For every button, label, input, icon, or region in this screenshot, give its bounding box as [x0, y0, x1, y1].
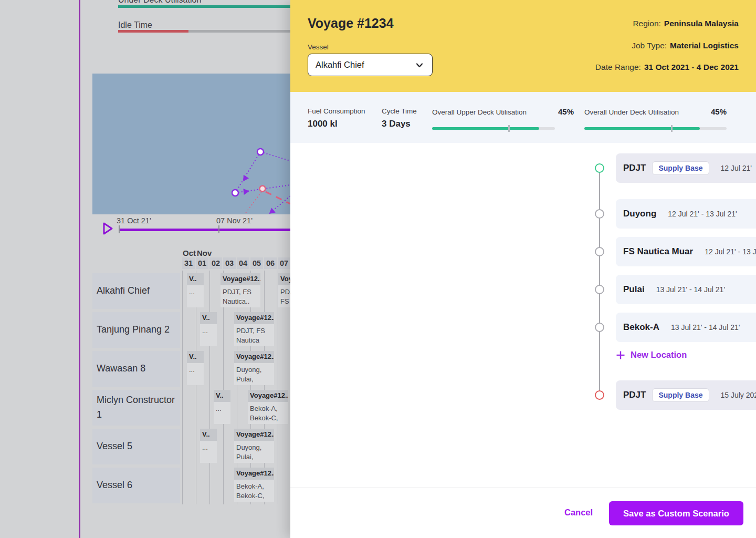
new-location-label: New Location [631, 350, 687, 360]
gantt-vessel-label: Wawasan 8 [92, 351, 180, 387]
location-name: PDJT [623, 390, 646, 400]
gantt-day-07: 07 [278, 257, 290, 269]
gantt-block-title: Voyage#12.. [278, 273, 290, 285]
plus-icon [616, 350, 625, 360]
gantt-voyage-block[interactable]: Voyage#12..PDJT, FS Nautica.. [220, 273, 260, 307]
idle-time-bar [118, 30, 290, 33]
gantt-block-body: Bekok-A, Bekok-C, [248, 402, 288, 424]
gantt-day-05: 05 [250, 257, 263, 269]
gantt-voyage-block[interactable]: Voyage#12..Bekok-A, Bekok-C, [248, 390, 288, 424]
gantt-row: Tanjung Pinang 2V.....Voyage#12..PDJT, F… [92, 312, 290, 348]
job-type-row: Job Type:Material Logistics [595, 41, 739, 50]
under-deck-gauge-bar [584, 127, 727, 130]
location-card[interactable]: FS Nautica Muar12 Jul 21' - 13 Jul 21' [616, 237, 756, 266]
fuel-consumption-label: Fuel Consumption [308, 107, 365, 115]
vessel-field-label: Vessel [308, 43, 329, 51]
idle-time-bar-fill [118, 30, 188, 33]
gantt-row: Alkahfi ChiefV.....Voyage#12..PDJT, FS N… [92, 273, 290, 309]
gantt-block-body: ... [200, 441, 217, 463]
gantt-voyage-block[interactable]: Voyage#12..Duyong, Pulai, [234, 351, 274, 385]
gantt-voyage-block[interactable]: Voyage#12..PDJT, FS Nautica Mu... [234, 312, 274, 346]
modal-header: Voyage #1234 Vessel Alkahfi Chief Region… [290, 0, 756, 92]
timeline-dot-red [595, 390, 604, 400]
location-dates: 12 Jul 21' - 13 Jul 21' [705, 247, 756, 256]
timeline-dot-green [595, 163, 604, 173]
gantt-block-title: Voyage#12.. [248, 390, 288, 402]
play-button[interactable] [102, 221, 114, 236]
gantt-vessel-label: Alkahfi Chief [92, 273, 180, 309]
player-start-date: 31 Oct 21’ [117, 216, 151, 225]
gantt-day-03: 03 [223, 257, 236, 269]
chevron-down-icon [414, 60, 425, 70]
location-name: FS Nautica Muar [623, 246, 693, 257]
gantt-block-body: Bekok-A, Bekok-C, [234, 480, 274, 502]
date-range-row: Date Range:31 Oct 2021 - 4 Dec 2021 [595, 63, 739, 72]
save-as-custom-scenario-button[interactable]: Save as Custom Scenario [609, 501, 743, 525]
location-card[interactable]: Bekok-A13 Jul 21' - 14 Jul 21' [616, 313, 756, 342]
location-timeline-connector [599, 168, 600, 395]
gantt-row: Wawasan 8V.....Voyage#12..Duyong, Pulai, [92, 351, 290, 387]
gantt-block-title: V.. [214, 390, 230, 402]
location-card[interactable]: Pulai13 Jul 21' - 14 Jul 21' [616, 275, 756, 304]
gantt-voyage-block[interactable]: Voyage#12..Duyong, Pulai, [234, 429, 274, 463]
under-deck-utilisation-gauge: Overall Under Deck Utilisation 45% [584, 107, 727, 130]
upper-deck-gauge-fill [432, 127, 539, 130]
gantt-voyage-block[interactable]: V..... [187, 273, 204, 307]
upper-deck-gauge-value: 45% [558, 107, 574, 116]
idle-time-label: Idle Time [118, 20, 152, 30]
player-tick [218, 225, 219, 233]
player-progress-track[interactable] [119, 229, 290, 231]
new-location-button[interactable]: New Location [616, 350, 687, 360]
waypoint-marker-pink [260, 186, 266, 192]
gantt-block-body: Duyong, Pulai, [234, 363, 274, 385]
location-card[interactable]: PDJTSupply Base12 Jul 21' [616, 153, 756, 183]
location-card[interactable]: PDJTSupply Base15 July 2021 [616, 380, 756, 410]
route-overlay [92, 74, 290, 214]
gantt-block-title: V.. [200, 312, 217, 324]
under-deck-gauge-label: Overall Under Deck Utilisation [584, 108, 679, 116]
gantt-block-body: ... [214, 402, 230, 424]
gantt-vessel-label: Vessel 5 [92, 429, 180, 464]
gantt-voyage-block[interactable]: V..... [187, 351, 204, 385]
gantt-voyage-block[interactable]: Voyage#12..PDJT, FS Nautica.. [278, 273, 290, 307]
gantt-block-title: V.. [200, 429, 217, 441]
gantt-block-body: ... [187, 363, 204, 385]
gantt-block-body: ... [187, 285, 204, 307]
gantt-day-31: 31 [182, 257, 195, 269]
gantt-voyage-block[interactable]: Voyage#12..Bekok-A, Bekok-C, [234, 468, 274, 502]
region-row: Region:Peninsula Malaysia [595, 19, 739, 28]
gantt-row: Miclyn Constructor 1V.....Voyage#12..Bek… [92, 390, 290, 426]
vessel-dropdown-value: Alkahfi Chief [316, 60, 364, 70]
timeline-dot-gray [595, 209, 604, 219]
location-card[interactable]: Duyong12 Jul 21' - 13 Jul 21' [616, 199, 756, 229]
upper-deck-gauge-label: Overall Upper Deck Utilisation [432, 108, 527, 116]
under-deck-utilisation-label: Under Deck Utilisation [118, 0, 201, 5]
timeline-dot-gray [595, 247, 604, 256]
voyage-route-map[interactable] [92, 74, 290, 214]
vessel-dropdown[interactable]: Alkahfi Chief [308, 54, 433, 76]
gantt-day-02: 02 [209, 257, 222, 269]
vessel-schedule-gantt: Oct Nov 3101020304050607 Alkahfi ChiefV.… [92, 247, 290, 538]
location-dates: 13 Jul 21' - 14 Jul 21' [656, 285, 725, 294]
location-dates: 12 Jul 21' [721, 164, 752, 172]
gantt-row: Vessel 6Voyage#12..Bekok-A, Bekok-C, [92, 468, 290, 503]
gantt-voyage-block[interactable]: V..... [200, 312, 217, 346]
gantt-block-title: Voyage#12.. [220, 273, 260, 285]
location-dates: 13 Jul 21' - 14 Jul 21' [671, 323, 740, 332]
location-name: Bekok-A [623, 322, 659, 333]
location-type-badge: Supply Base [652, 161, 709, 175]
gantt-block-body: PDJT, FS Nautica.. [220, 285, 260, 307]
gantt-month-label: Oct [183, 249, 196, 257]
gantt-voyage-block[interactable]: V..... [214, 390, 230, 424]
gantt-vessel-label: Miclyn Constructor 1 [92, 390, 180, 426]
gantt-voyage-block[interactable]: V..... [200, 429, 217, 463]
player-tick [119, 225, 120, 233]
under-deck-gauge-value: 45% [711, 107, 727, 116]
cancel-button[interactable]: Cancel [564, 508, 593, 518]
waypoint-marker [257, 149, 264, 155]
gantt-day-01: 01 [196, 257, 208, 269]
timeline-dot-gray [595, 323, 604, 332]
under-deck-gauge-fill [584, 127, 700, 130]
gantt-block-body: PDJT, FS Nautica.. [278, 285, 290, 307]
waypoint-marker [232, 190, 238, 196]
